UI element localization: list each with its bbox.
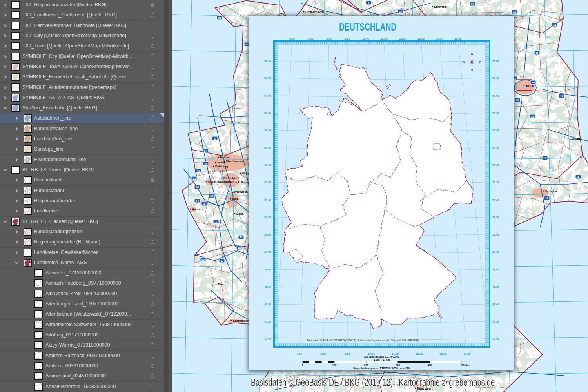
- layer-row-bundeslnder[interactable]: Bundesländer: [0, 186, 164, 196]
- layer-target-circle[interactable]: [151, 3, 154, 7]
- layer-target-circle[interactable]: [151, 178, 154, 182]
- layer-label[interactable]: SYMBOLE_Fernverkehrshalt_Bahnhöfe [Quell…: [22, 74, 133, 80]
- layer-label[interactable]: Bundesstraßen_line: [34, 126, 78, 131]
- layer-target-circle[interactable]: [151, 137, 154, 141]
- layer-row-anhalt-bitterfeld_150820000000[interactable]: Anhalt-Bitterfeld_150820000000: [0, 382, 164, 392]
- layer-row-eisenbahnstrecken_line[interactable]: Eisenbahnstrecken_line: [0, 155, 164, 165]
- chevron-down-icon[interactable]: [15, 261, 19, 265]
- layer-label[interactable]: Landstraßen_line: [34, 136, 72, 142]
- layer-thumbnail[interactable]: [11, 11, 20, 19]
- layer-row-altenburger[interactable]: Altenburger Land_160770000000: [0, 299, 164, 309]
- layer-label[interactable]: Ammerland_034510000000: [45, 373, 106, 379]
- layer-target-circle[interactable]: [151, 374, 154, 378]
- layer-label[interactable]: Deutschland: [34, 177, 62, 183]
- layer-row-alzey-worms_073310000000[interactable]: Alzey-Worms_073310000000: [0, 340, 164, 350]
- layer-target-circle[interactable]: [151, 75, 154, 79]
- layer-row-txt_town[interactable]: TXT_Town [Quelle: OpenStreetMap-Mitwirke…: [0, 41, 164, 51]
- layer-target-circle[interactable]: [151, 271, 154, 275]
- layer-target-circle[interactable]: [151, 323, 154, 327]
- layer-row-txt_regierungsbezirke[interactable]: TXT_Regierungsbezirke [Quelle: BKG]: [0, 0, 164, 10]
- chevron-down-icon[interactable]: [3, 168, 7, 172]
- layer-row-bl_rb_lk_linien[interactable]: BL_RB_LK_Linien [Quelle: BKG]: [0, 165, 164, 175]
- layer-thumbnail[interactable]: [11, 218, 20, 226]
- chevron-right-icon[interactable]: [15, 137, 19, 141]
- layer-thumbnail[interactable]: [34, 372, 43, 380]
- layer-thumbnail[interactable]: [34, 362, 43, 370]
- layer-label[interactable]: Altötting_091710000000: [45, 332, 99, 338]
- layer-target-circle[interactable]: [151, 65, 154, 69]
- layer-thumbnail[interactable]: [11, 42, 20, 50]
- layer-label[interactable]: SYMBOLE_City [Quelle: OpenStreetMap-Mitw…: [22, 54, 132, 59]
- layer-label[interactable]: Regierungsbezirke (BL-Name): [34, 239, 100, 245]
- layer-row-txt_landkreise_stadtkreise[interactable]: TXT_Landkreise_Stadtkreise [Quelle: BKG]: [0, 10, 164, 20]
- layer-thumbnail[interactable]: [11, 73, 20, 81]
- layer-row-symbole_city[interactable]: SYMBOLE_City [Quelle: OpenStreetMap-Mitw…: [0, 52, 164, 62]
- layer-row-amberg_093610000000[interactable]: Amberg_093610000000: [0, 361, 164, 371]
- layer-row-amberg-sulzbach_093710000000[interactable]: Amberg-Sulzbach_093710000000: [0, 351, 164, 361]
- layer-row-txt_fernverkehrshalt_bahnhfe[interactable]: TXT_Fernverkehrshalt_Bahnhöfe [Quelle: B…: [0, 21, 164, 31]
- layer-target-circle[interactable]: [151, 364, 154, 368]
- layer-label[interactable]: TXT_Regierungsbezirke [Quelle: BKG]: [22, 2, 107, 7]
- layer-label[interactable]: TXT_Fernverkehrshalt_Bahnhöfe [Quelle: B…: [22, 23, 126, 28]
- layer-target-circle[interactable]: [151, 85, 154, 89]
- layer-thumbnail[interactable]: [11, 104, 20, 112]
- chevron-right-icon[interactable]: [3, 96, 7, 100]
- layer-target-circle[interactable]: [151, 24, 154, 27]
- layer-row-autobahnen_line[interactable]: Autobahnen_line: [0, 113, 164, 123]
- layer-target-circle[interactable]: [151, 147, 154, 151]
- layer-thumbnail[interactable]: [24, 135, 32, 143]
- layer-label[interactable]: Straßen_Eisenbahn [Quelle: BKG]: [22, 105, 97, 111]
- layer-target-circle[interactable]: [151, 261, 154, 265]
- layer-label[interactable]: Landkreise_Name_AGS: [34, 260, 87, 265]
- layer-thumbnail[interactable]: [34, 279, 43, 287]
- layer-row-altenkirchen[interactable]: Altenkirchen (Westerwald)_07132000...: [0, 309, 164, 319]
- layer-label[interactable]: Sonstige_line: [34, 146, 64, 152]
- layer-target-circle[interactable]: [151, 13, 154, 17]
- layer-target-circle[interactable]: [151, 343, 154, 347]
- layer-target-circle[interactable]: [151, 44, 154, 48]
- layer-thumbnail[interactable]: [34, 321, 43, 329]
- layer-target-circle[interactable]: [151, 230, 154, 234]
- chevron-right-icon[interactable]: [3, 75, 7, 79]
- layer-target-circle[interactable]: [151, 168, 154, 172]
- layer-thumbnail[interactable]: [11, 32, 20, 40]
- chevron-right-icon[interactable]: [15, 189, 19, 193]
- layer-target-circle[interactable]: [151, 220, 154, 223]
- layer-row-symbole_ak_ad_as[interactable]: SYMBOLE_AK_AD_AS [Quelle: BKG]: [0, 93, 164, 103]
- layer-target-circle[interactable]: [151, 354, 154, 358]
- layer-thumbnail[interactable]: [11, 166, 20, 174]
- layer-thumbnail[interactable]: [24, 114, 32, 122]
- layer-thumbnail[interactable]: [11, 22, 20, 30]
- layer-thumbnail[interactable]: [11, 94, 20, 102]
- chevron-right-icon[interactable]: [3, 13, 7, 17]
- chevron-right-icon[interactable]: [15, 240, 19, 244]
- layer-label[interactable]: SYMBOLE_Town [Quelle: OpenStreetMap-Mitw…: [22, 64, 132, 69]
- layer-target-circle[interactable]: [151, 54, 154, 58]
- layer-label[interactable]: Regierungsbezirke: [34, 198, 75, 203]
- layer-thumbnail[interactable]: [11, 63, 20, 71]
- layer-target-circle[interactable]: [151, 106, 154, 110]
- layer-thumbnail[interactable]: [34, 269, 43, 277]
- layer-row-regierungsbezirke[interactable]: Regierungsbezirke: [0, 196, 164, 206]
- chevron-right-icon[interactable]: [3, 24, 7, 28]
- layer-thumbnail[interactable]: [24, 207, 32, 215]
- layer-thumbnail[interactable]: [24, 197, 32, 205]
- layer-label[interactable]: TXT_Landkreise_Stadtkreise [Quelle: BKG]: [22, 12, 117, 18]
- layer-label[interactable]: Altenkirchen (Westerwald)_07132000...: [45, 311, 131, 317]
- layer-label[interactable]: Eisenbahnstrecken_line: [34, 157, 86, 162]
- layer-row-straen_eisenbahn[interactable]: Straßen_Eisenbahn [Quelle: BKG]: [0, 103, 164, 113]
- layer-label[interactable]: Autobahnen_line: [34, 115, 71, 121]
- layer-label[interactable]: SYMBOLE_AK_AD_AS [Quelle: BKG]: [22, 95, 105, 100]
- chevron-right-icon[interactable]: [15, 147, 19, 151]
- layer-thumbnail[interactable]: [24, 125, 32, 133]
- layer-row-landkreise_gewsserflchen[interactable]: Landkreise_Gewässerflächen: [0, 248, 164, 258]
- layer-thumbnail[interactable]: [34, 290, 43, 298]
- layer-target-circle[interactable]: [151, 209, 154, 213]
- chevron-right-icon[interactable]: [15, 209, 19, 213]
- layer-label[interactable]: Ahrweiler_071310000000: [45, 270, 101, 276]
- layer-target-circle[interactable]: [151, 312, 154, 316]
- chevron-down-icon[interactable]: [3, 220, 7, 224]
- layer-thumbnail[interactable]: [34, 331, 43, 339]
- chevron-right-icon[interactable]: [15, 127, 19, 131]
- layer-thumbnail[interactable]: [24, 228, 32, 236]
